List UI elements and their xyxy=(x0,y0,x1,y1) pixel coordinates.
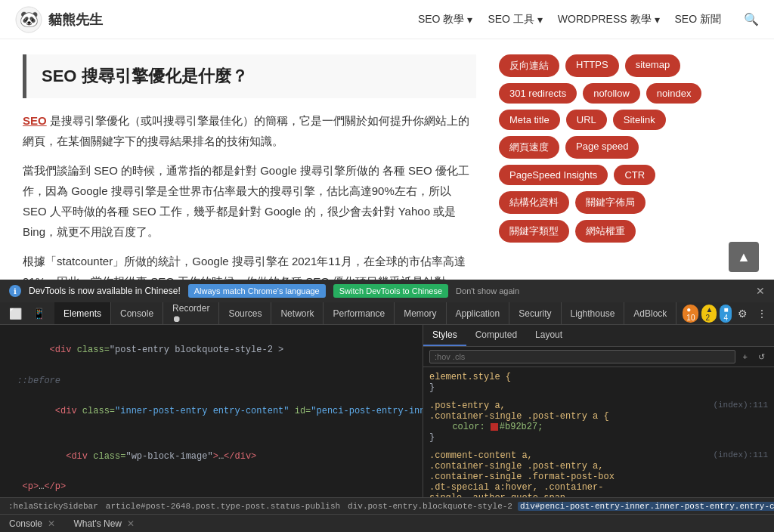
article-area: SEO 搜尋引擎優化是什麼？ SEO 是搜尋引擎優化（或叫搜尋引擎最佳化）的簡稱… xyxy=(23,54,476,280)
tab-recorder[interactable]: Recorder ⏺ xyxy=(163,302,219,324)
chevron-down-icon: ▾ xyxy=(537,14,543,26)
nav-item-seo-tools[interactable]: SEO 工具 ▾ xyxy=(488,13,542,26)
nav-item-seo-news[interactable]: SEO 新聞 xyxy=(675,13,721,26)
tag-pill[interactable]: HTTPS xyxy=(565,54,619,77)
article-title-box: SEO 搜尋引擎優化是什麼？ xyxy=(23,54,476,98)
tag-pill[interactable]: 網站權重 xyxy=(575,220,636,243)
tab-network[interactable]: Network xyxy=(271,302,324,324)
styles-filter-input[interactable] xyxy=(429,350,735,363)
nav-menu: SEO 教學 ▾ SEO 工具 ▾ WORDPRESS 教學 ▾ SEO 新聞 … xyxy=(418,12,759,26)
tab-whats-new[interactable]: What's New ✕ xyxy=(64,515,144,532)
styles-content: element.style { } .post-entry a, (index)… xyxy=(423,367,774,497)
tag-pill[interactable]: 反向連結 xyxy=(499,54,559,77)
tag-pill[interactable]: Sitelink xyxy=(613,110,666,130)
nav-item-seo-learn[interactable]: SEO 教學 ▾ xyxy=(418,13,472,26)
logo-text: 貓熊先生 xyxy=(48,11,103,29)
tag-pill[interactable]: 關鍵字佈局 xyxy=(575,191,646,214)
match-language-button[interactable]: Always match Chrome's language xyxy=(188,284,326,298)
tag-pill[interactable]: CTR xyxy=(614,165,655,185)
scroll-top-button[interactable]: ▲ xyxy=(729,242,759,272)
tab-console-bottom[interactable]: Console ✕ xyxy=(0,515,64,532)
inspect-icon[interactable]: ⬜ xyxy=(6,306,25,321)
main-content: SEO 搜尋引擎優化是什麼？ SEO 是搜尋引擎優化（或叫搜尋引擎最佳化）的簡稱… xyxy=(0,39,774,280)
style-rule-element: element.style { } xyxy=(429,372,768,393)
breadcrumb-item[interactable]: article#post-2648.post.type-post.status-… xyxy=(104,502,342,511)
devtools-notification: ℹ DevTools is now available in Chinese! … xyxy=(0,280,774,302)
article-body: SEO 是搜尋引擎優化（或叫搜尋引擎最佳化）的簡稱，它是一們關於如何提升你網站上… xyxy=(23,110,476,280)
website-area: 🐼 貓熊先生 SEO 教學 ▾ SEO 工具 ▾ WORDPRESS 教學 ▾ … xyxy=(0,0,774,280)
tab-console[interactable]: Console xyxy=(111,302,163,324)
tab-computed[interactable]: Computed xyxy=(466,325,526,346)
breadcrumb-item[interactable]: :helaStickySidebar xyxy=(6,502,101,511)
seo-link[interactable]: SEO xyxy=(23,114,47,127)
tab-lighthouse[interactable]: Lighthouse xyxy=(562,302,625,324)
tag-pill[interactable]: 關鍵字類型 xyxy=(499,220,569,243)
tag-pill[interactable]: PageSpeed Insights xyxy=(499,165,608,185)
article-paragraph-2: 當我們談論到 SEO 的時候，通常指的都是針對 Google 搜尋引擎所做的 各… xyxy=(23,160,476,242)
tab-layout[interactable]: Layout xyxy=(526,325,571,346)
tag-pill[interactable]: 301 redirects xyxy=(499,83,577,104)
tags-area: 反向連結HTTPSsitemap301 redirectsnofollownoi… xyxy=(499,54,711,280)
tab-performance[interactable]: Performance xyxy=(324,302,395,324)
search-button[interactable]: 🔍 xyxy=(744,12,759,26)
logo-icon: 🐼 xyxy=(15,6,42,33)
switch-language-button[interactable]: Switch DevTools to Chinese xyxy=(333,284,448,298)
tag-pill[interactable]: nofollow xyxy=(583,83,640,104)
html-line[interactable]: <div class="wp-block-image">…</div> xyxy=(0,434,423,479)
style-rule-post-entry-a: .post-entry a, (index):111 .container-si… xyxy=(429,401,768,443)
chevron-down-icon: ▾ xyxy=(655,14,660,26)
devtools-panel: ⬜ 📱 Elements Console Recorder ⏺ Sources … xyxy=(0,302,774,532)
breadcrumb-item[interactable]: div.post-entry.blockquote-style-2 xyxy=(345,502,515,511)
devtools-right-icons: ● 10 ▲ 2 ■ 4 ⚙ ⋮ ✕ xyxy=(676,305,774,323)
tab-adblock[interactable]: AdBlock xyxy=(624,302,676,324)
devtools-left-icons: ⬜ 📱 xyxy=(0,306,54,321)
console-close-icon[interactable]: ✕ xyxy=(48,518,55,529)
devtools-toolbar: ⬜ 📱 Elements Console Recorder ⏺ Sources … xyxy=(0,302,774,325)
nav-bar: 🐼 貓熊先生 SEO 教學 ▾ SEO 工具 ▾ WORDPRESS 教學 ▾ … xyxy=(0,0,774,39)
html-line[interactable]: ::before xyxy=(0,373,423,389)
tag-pill[interactable]: Page speed xyxy=(565,136,639,159)
article-title: SEO 搜尋引擎優化是什麼？ xyxy=(42,65,461,88)
nav-item-wordpress[interactable]: WORDPRESS 教學 ▾ xyxy=(558,13,660,26)
whats-new-close-icon[interactable]: ✕ xyxy=(127,518,135,529)
settings-icon[interactable]: ⚙ xyxy=(735,306,751,321)
tab-security[interactable]: Security xyxy=(509,302,561,324)
styles-filter: + ↺ xyxy=(423,347,774,367)
tab-sources[interactable]: Sources xyxy=(219,302,271,324)
html-panel[interactable]: <div class="post-entry blockquote-style-… xyxy=(0,325,423,497)
site-logo[interactable]: 🐼 貓熊先生 xyxy=(15,6,103,33)
warning-badge: ▲ 2 xyxy=(701,305,717,323)
tab-styles[interactable]: Styles xyxy=(423,325,466,346)
device-icon[interactable]: 📱 xyxy=(29,306,48,321)
devtools-body: <div class="post-entry blockquote-style-… xyxy=(0,325,774,497)
tag-pill[interactable]: 網頁速度 xyxy=(499,136,559,159)
breadcrumb-item-active[interactable]: div#penci-post-entry-inner.inner-post-en… xyxy=(518,502,774,511)
html-line[interactable]: <div class="post-entry blockquote-style-… xyxy=(0,328,423,373)
tag-pill[interactable]: URL xyxy=(566,110,607,130)
more-options-icon[interactable]: ⋮ xyxy=(754,306,770,321)
tab-elements[interactable]: Elements xyxy=(54,302,111,324)
devtools-info-icon: ℹ xyxy=(9,285,21,297)
dont-show-button[interactable]: Don't show again xyxy=(456,286,519,295)
style-rule-comment-content-a: .comment-content a, (index):111 .contain… xyxy=(429,450,768,497)
styles-tabs: Styles Computed Layout xyxy=(423,325,774,347)
toggle-style-button[interactable]: ↺ xyxy=(755,351,768,363)
article-paragraph-1: SEO 是搜尋引擎優化（或叫搜尋引擎最佳化）的簡稱，它是一們關於如何提升你網站上… xyxy=(23,110,476,151)
svg-text:🐼: 🐼 xyxy=(20,10,39,28)
tag-pill[interactable]: 結構化資料 xyxy=(499,191,569,214)
chevron-down-icon: ▾ xyxy=(467,14,472,26)
tab-memory[interactable]: Memory xyxy=(395,302,446,324)
html-line[interactable]: <div class="inner-post-entry entry-conte… xyxy=(0,389,423,435)
tag-pill[interactable]: Meta title xyxy=(499,110,560,130)
bottom-tabs: Console ✕ What's New ✕ xyxy=(0,514,774,532)
add-style-button[interactable]: + xyxy=(740,351,751,363)
error-badge: ● 10 xyxy=(683,305,698,323)
notification-close-icon[interactable]: ✕ xyxy=(756,285,765,297)
tag-pill[interactable]: noindex xyxy=(646,83,702,104)
info-badge: ■ 4 xyxy=(720,305,732,323)
tags-grid: 反向連結HTTPSsitemap301 redirectsnofollownoi… xyxy=(499,54,711,243)
tab-application[interactable]: Application xyxy=(447,302,510,324)
html-line[interactable]: <p>…</p> xyxy=(0,479,423,495)
tag-pill[interactable]: sitemap xyxy=(625,54,681,77)
notification-text: DevTools is now available in Chinese! xyxy=(29,286,181,296)
